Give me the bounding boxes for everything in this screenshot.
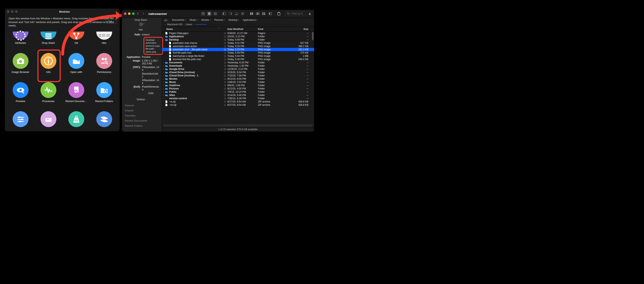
disclosure-triangle-icon[interactable]: ›	[162, 94, 165, 97]
module-folder-open[interactable]: Open with	[62, 53, 90, 78]
dual-pane-icon[interactable]	[249, 12, 254, 16]
fav-applications[interactable]: Applications▾	[242, 19, 258, 21]
file-row[interactable]: ›Documents◷Yesterday, 6:25 PMFolder--	[162, 61, 314, 64]
view-icon-grid[interactable]	[201, 12, 205, 16]
nav-forward-button[interactable]	[142, 12, 145, 16]
module-spiral[interactable]	[90, 111, 118, 131]
file-row[interactable]: ~e.zip◷6/27/20, 9:54 AMZIP archive436.8 …	[162, 100, 314, 103]
module-hex[interactable]: 108 616c 743d144 2222 2074Hex	[90, 32, 118, 49]
module-app-window[interactable]	[34, 111, 62, 131]
module-people-key[interactable]: Permissions	[90, 53, 118, 78]
module-eye[interactable]: Preview	[6, 82, 34, 107]
preview-eye-icon[interactable]	[256, 12, 260, 16]
file-row[interactable]: find-file-path-mac◷Today, 5:49 PMPNG ima…	[162, 51, 314, 54]
file-row[interactable]: leanmymac-x-large-file-finder◷Today, 5:4…	[162, 54, 314, 58]
disclosure-triangle-icon[interactable]: ›	[162, 35, 165, 38]
file-row[interactable]: automator-shor…file-path-name◷Today, 5:3…	[162, 48, 314, 51]
file-row[interactable]: ›Pictures◷9/22/20, 4:00 PMFolder--	[162, 87, 314, 90]
compress-icon[interactable]	[268, 12, 272, 16]
module-attributes[interactable]: Attributes	[6, 32, 34, 49]
col-modified[interactable]: Date Modified	[227, 28, 258, 31]
file-row[interactable]: ›OneDrive◷8/9/20, 1:59 PMFolder--	[162, 84, 314, 87]
download-icon[interactable]	[308, 12, 312, 16]
fav-pictures[interactable]: Pictures▾	[214, 19, 225, 21]
minimize-button[interactable]	[128, 13, 130, 15]
sidebar-item-recent-folders[interactable]: Recent Folders	[122, 123, 162, 128]
col-name[interactable]: Name ˄	[162, 28, 222, 31]
module-activity[interactable]: Processes	[34, 82, 62, 107]
view-list-icon[interactable]	[207, 12, 212, 16]
horizontal-scroll-track[interactable]	[163, 124, 313, 127]
sidebar-left-icon[interactable]	[222, 12, 226, 16]
panel-bottom-icon[interactable]	[234, 12, 239, 16]
bc-seg-1[interactable]: Users	[186, 23, 192, 26]
module-recent-doc[interactable]: Recent Docume…	[62, 82, 90, 107]
sidebar-item-favorites[interactable]: Favorites	[122, 113, 162, 118]
file-row[interactable]: ›iCloud Drive (Archive) - 1◷7/15/20, 7:0…	[162, 74, 314, 77]
file-row[interactable]: automator-save-action◷Today, 5:33 PMPNG …	[162, 45, 314, 48]
file-row[interactable]: ›version-control◷7/30/15, 6:28 PMFolder-…	[162, 97, 314, 100]
file-row[interactable]: terminal-find-file-path-mac◷Today, 5:28 …	[162, 58, 314, 61]
fav-desktop[interactable]: Desktop▾	[228, 19, 239, 21]
col-size[interactable]: Size	[284, 28, 314, 31]
fav-music[interactable]: Music▾	[190, 19, 198, 21]
module-git[interactable]: Git	[62, 32, 90, 49]
sidebar-item-recent-documents[interactable]: Recent Documents	[122, 118, 162, 123]
group-icon[interactable]	[262, 12, 266, 16]
sidebar-right-icon[interactable]	[228, 12, 233, 16]
file-row[interactable]: ›Google Drive◷12/26/20, 2:13 PMFolder--	[162, 68, 314, 71]
info-header[interactable]: Info⌄	[122, 28, 162, 32]
search-input[interactable]	[291, 12, 304, 15]
disclosure-triangle-icon[interactable]: ›	[162, 87, 165, 90]
fav-documents[interactable]: Documents▾	[172, 19, 186, 21]
file-row[interactable]: ›Music◷10/8/19, 3:33 PMFolder--	[162, 81, 314, 84]
disclosure-triangle-icon[interactable]: ›	[162, 71, 165, 74]
drop-stack-header[interactable]: Drop Stack⌄	[122, 18, 162, 22]
disclosure-triangle-icon[interactable]: ›	[162, 97, 165, 100]
disclosure-triangle-icon[interactable]: ›	[162, 81, 165, 84]
module-recent-folder[interactable]: Recent Folders	[90, 82, 118, 107]
bc-current[interactable]	[196, 24, 207, 25]
search-box[interactable]: ▾	[286, 12, 306, 16]
bc-seg-0[interactable]: Macintosh HD	[167, 23, 182, 26]
module-info[interactable]: Info	[34, 53, 62, 78]
file-row[interactable]: ›iCloud Drive (Archive)◷3/25/20, 5:04 PM…	[162, 71, 314, 74]
file-row[interactable]: ~er.zip◷6/27/20, 9:54 AMZIP archive436.8…	[162, 103, 314, 107]
view-columns-icon[interactable]	[213, 12, 218, 16]
file-row[interactable]: ›Public◷7/9/19, 10:24 PMFolder--	[162, 90, 314, 94]
sidebar-item-shared[interactable]: Shared	[122, 108, 162, 113]
zoom-button[interactable]	[132, 13, 134, 15]
panel-stack-icon[interactable]	[240, 12, 245, 16]
col-kind[interactable]: Kind	[258, 28, 284, 31]
file-row[interactable]: Pagico Data.pgco◷5/30/20, 11:27 AMPagico…	[162, 32, 314, 35]
module-drop-stack[interactable]: Drop Stack	[34, 32, 62, 49]
fav-movies[interactable]: Movies▾	[201, 19, 211, 21]
file-row[interactable]: ›Applications◷2/5/20, 3:13 PMFolder--	[162, 35, 314, 38]
drop-stack-cog-icon[interactable]: ◎	[139, 23, 143, 26]
sidebar-item-devices[interactable]: Devices	[122, 103, 162, 108]
get-button[interactable]: Get...	[106, 19, 117, 24]
home-icon[interactable]: ▾	[164, 19, 168, 21]
disclosure-triangle-icon[interactable]: ›	[162, 68, 165, 71]
module-camera[interactable]: Image Browser	[6, 53, 34, 78]
file-row[interactable]: automator-mac-macos◷Today, 5:31 PMPNG im…	[162, 41, 314, 45]
file-row[interactable]: ⌄Desktop◷Today, 5:49 PMFolder--	[162, 38, 314, 41]
disclosure-triangle-icon[interactable]: ›	[162, 74, 165, 77]
file-row[interactable]: ›Sites◷3/14/16, 5:46 PMFolder--	[162, 94, 314, 97]
disclosure-triangle-icon[interactable]: ›	[162, 64, 165, 67]
file-row[interactable]: ›Movies◷9/22/20, 6:00 PMFolder--	[162, 77, 314, 81]
sidebar-header[interactable]: Sidebar⌄	[122, 97, 162, 102]
close-dot[interactable]	[7, 11, 9, 13]
close-button[interactable]	[124, 13, 126, 15]
disclosure-triangle-icon[interactable]: ›	[162, 84, 165, 87]
file-row[interactable]: ›Downloads◷Yesterday, 1:30 PMFolder--	[162, 64, 314, 68]
disclosure-triangle-icon[interactable]: ›	[162, 61, 165, 64]
disclosure-triangle-icon[interactable]: ⌄	[162, 38, 165, 41]
scrollbar-thumb[interactable]	[312, 32, 314, 40]
disclosure-triangle-icon[interactable]: ›	[162, 77, 165, 80]
nav-back-button[interactable]	[136, 12, 140, 16]
file-list[interactable]: Pagico Data.pgco◷5/30/20, 11:27 AMPagico…	[162, 32, 314, 124]
module-weight[interactable]: KB	[62, 111, 90, 131]
clipboard-icon[interactable]	[276, 12, 281, 16]
module-sliders[interactable]	[6, 111, 34, 131]
